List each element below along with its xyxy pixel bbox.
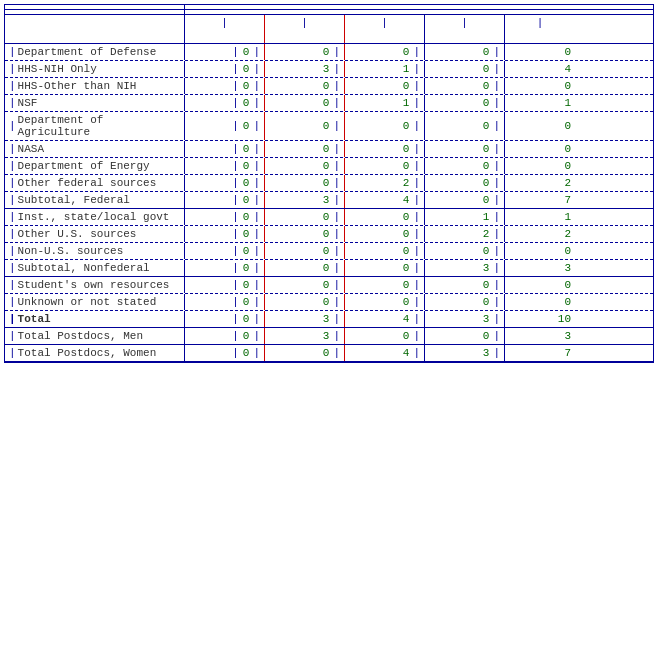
data-rows: | Department of Defense | 0 | 0 | 0 | 0 … [5, 44, 653, 362]
cell-total: 1 [505, 95, 575, 111]
cell-traineeships: 0 | [265, 95, 345, 111]
cell-research: 0 | [345, 328, 425, 344]
header-postdocs [185, 5, 653, 9]
cell-fellowships: | 0 | [185, 311, 265, 327]
cell-research: 0 | [345, 78, 425, 94]
table-row: | NSF | 0 | 0 | 1 | 0 | 1 [5, 95, 653, 112]
cell-total: 4 [505, 61, 575, 77]
cell-fellowships: | 0 | [185, 175, 265, 191]
cell-total: 7 [505, 345, 575, 361]
cell-fellowships: | 0 | [185, 260, 265, 276]
cell-total: 2 [505, 226, 575, 242]
row-label: | Department of Defense [5, 44, 185, 60]
cell-traineeships: 0 | [265, 141, 345, 157]
table-row: | Department of Energy | 0 | 0 | 0 | 0 | [5, 158, 653, 175]
cell-fellowships: | 0 | [185, 243, 265, 259]
row-label: | HHS-Other than NIH [5, 78, 185, 94]
cell-traineeships: 3 | [265, 328, 345, 344]
col-header-research: | [345, 15, 425, 43]
cell-fellowships: | 0 | [185, 112, 265, 140]
row-label: | Total Postdocs, Women [5, 345, 185, 361]
cell-other: 3 | [425, 345, 505, 361]
cell-other: 0 | [425, 243, 505, 259]
row-label: | Other U.S. sources [5, 226, 185, 242]
table-row: | Inst., state/local govt | 0 | 0 | 0 | … [5, 209, 653, 226]
table-row: | Other U.S. sources | 0 | 0 | 0 | 2 | 2 [5, 226, 653, 243]
row-label: | Inst., state/local govt [5, 209, 185, 225]
table-row: | Total | 0 | 3 | 4 | 3 | 10 [5, 311, 653, 328]
table-row: | Total Postdocs, Men | 0 | 3 | 0 | 0 | … [5, 328, 653, 345]
cell-fellowships: | 0 | [185, 44, 265, 60]
cell-total: 3 [505, 328, 575, 344]
cell-other: 0 | [425, 192, 505, 208]
cell-research: 1 | [345, 95, 425, 111]
row-label: | NSF [5, 95, 185, 111]
cell-fellowships: | 0 | [185, 328, 265, 344]
cell-other: 0 | [425, 175, 505, 191]
table-row: | Non-U.S. sources | 0 | 0 | 0 | 0 | 0 [5, 243, 653, 260]
table-row: | Department of Agriculture | 0 | 0 | 0 … [5, 112, 653, 141]
table-row: | Subtotal, Nonfederal | 0 | 0 | 0 | 3 | [5, 260, 653, 277]
cell-total: 10 [505, 311, 575, 327]
cell-research: 0 | [345, 294, 425, 310]
row-label: | HHS-NIH Only [5, 61, 185, 77]
cell-research: 1 | [345, 61, 425, 77]
cell-other: 3 | [425, 260, 505, 276]
cell-other: 3 | [425, 311, 505, 327]
col-header-traineeships: | [265, 15, 345, 43]
cell-other: 0 | [425, 61, 505, 77]
cell-research: 4 | [345, 345, 425, 361]
cell-other: 0 | [425, 277, 505, 293]
cell-fellowships: | 0 | [185, 226, 265, 242]
cell-total: 1 [505, 209, 575, 225]
main-table: | | | | | [4, 4, 654, 363]
row-label: | Department of Energy [5, 158, 185, 174]
cell-traineeships: 0 | [265, 277, 345, 293]
cell-total: 0 [505, 44, 575, 60]
cell-traineeships: 0 | [265, 260, 345, 276]
row-label: | Total Postdocs, Men [5, 328, 185, 344]
cell-traineeships: 0 | [265, 243, 345, 259]
cell-research: 0 | [345, 141, 425, 157]
cell-fellowships: | 0 | [185, 294, 265, 310]
table-row: | Student's own resources | 0 | 0 | 0 | … [5, 277, 653, 294]
row-label: | Subtotal, Nonfederal [5, 260, 185, 276]
cell-other: 0 | [425, 44, 505, 60]
cell-research: 2 | [345, 175, 425, 191]
table-row: | HHS-Other than NIH | 0 | 0 | 0 | 0 | 0 [5, 78, 653, 95]
cell-other: 2 | [425, 226, 505, 242]
cell-traineeships: 0 | [265, 345, 345, 361]
cell-research: 0 | [345, 243, 425, 259]
row-label: | Student's own resources [5, 277, 185, 293]
cell-other: 0 | [425, 328, 505, 344]
cell-other: 0 | [425, 112, 505, 140]
cell-research: 0 | [345, 112, 425, 140]
cell-research: 0 | [345, 226, 425, 242]
cell-research: 0 | [345, 260, 425, 276]
table-row: | HHS-NIH Only | 0 | 3 | 1 | 0 | 4 [5, 61, 653, 78]
cell-fellowships: | 0 | [185, 95, 265, 111]
mechanism-blank [5, 10, 185, 14]
table-row: | NASA | 0 | 0 | 0 | 0 | 0 [5, 141, 653, 158]
cell-total: 0 [505, 277, 575, 293]
row-label: | NASA [5, 141, 185, 157]
cell-traineeships: 3 | [265, 192, 345, 208]
cell-total: 2 [505, 175, 575, 191]
cell-traineeships: 0 | [265, 209, 345, 225]
cell-total: 0 [505, 141, 575, 157]
cell-other: 0 | [425, 158, 505, 174]
mechanism-header [185, 10, 653, 14]
cell-total: 0 [505, 158, 575, 174]
cell-traineeships: 3 | [265, 61, 345, 77]
col-header-blank [5, 15, 185, 43]
cell-research: 4 | [345, 192, 425, 208]
cell-traineeships: 0 | [265, 294, 345, 310]
cell-fellowships: | 0 | [185, 158, 265, 174]
col-header-fellowships: | [185, 15, 265, 43]
row-label: | Total [5, 311, 185, 327]
cell-fellowships: | 0 | [185, 277, 265, 293]
cell-research: 0 | [345, 209, 425, 225]
cell-total: 0 [505, 294, 575, 310]
cell-traineeships: 0 | [265, 158, 345, 174]
cell-total: 0 [505, 78, 575, 94]
